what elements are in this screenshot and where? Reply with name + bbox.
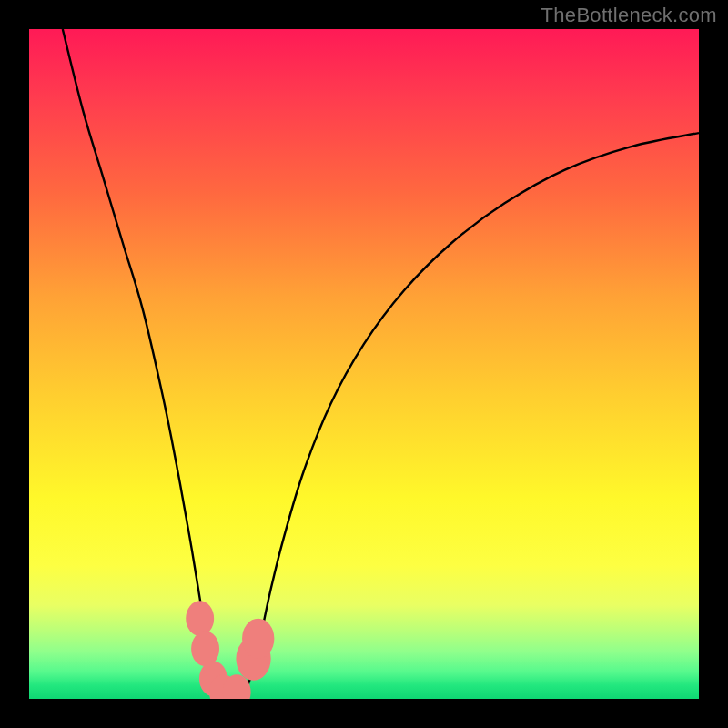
data-marker — [191, 631, 219, 666]
data-marker — [242, 619, 274, 659]
plot-svg — [29, 29, 699, 699]
data-marker — [186, 601, 214, 636]
bottleneck-curve — [63, 29, 699, 696]
chart-frame: TheBottleneck.com — [0, 0, 728, 728]
watermark-text: TheBottleneck.com — [541, 4, 717, 27]
plot-area — [29, 29, 699, 699]
data-markers — [186, 601, 274, 699]
